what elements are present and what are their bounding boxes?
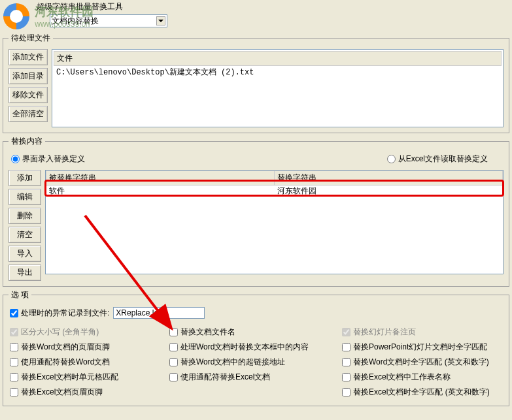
chk-excelwhole[interactable] — [342, 388, 350, 396]
col-to[interactable]: 替换字符串 — [275, 171, 503, 186]
replace-group: 替换内容 界面录入替换定义 从Excel文件读取替换定义 添加 编辑 删除 清空… — [3, 136, 509, 287]
clear-all-button[interactable]: 全部清空 — [9, 106, 48, 122]
opt-case[interactable]: 区分大小写 (全角半角) — [10, 327, 167, 338]
add-file-button[interactable]: 添加文件 — [9, 49, 48, 65]
col-from[interactable]: 被替换字符串 — [46, 171, 275, 186]
lbl-wordhf: 替换Word文档的页眉页脚 — [21, 342, 110, 353]
opt-log[interactable]: 处理时的异常记录到文件: — [10, 308, 109, 319]
opt-pptnotes[interactable]: 替换幻灯片备注页 — [342, 327, 502, 338]
pending-legend: 待处理文件 — [9, 33, 53, 44]
opt-excelwhole[interactable]: 替换Excel文档时全字匹配 (英文和数字) — [342, 387, 502, 398]
opt-wordwhole[interactable]: 替换Word文档时全字匹配 (英文和数字) — [342, 357, 502, 368]
chk-excelcell[interactable] — [10, 373, 18, 381]
lbl-case: 区分大小写 (全角半角) — [21, 327, 99, 338]
file-list-header[interactable]: 文件 — [54, 51, 502, 66]
mode-dropdown[interactable]: 文档内容替换 — [50, 14, 167, 27]
chk-case[interactable] — [10, 328, 18, 336]
log-label: 处理时的异常记录到文件: — [21, 308, 109, 319]
opt-excelcell[interactable]: 替换Excel文档时单元格匹配 — [10, 372, 167, 383]
lbl-pptwhole: 替换PowerPoint幻灯片文档时全字匹配 — [353, 342, 487, 353]
chk-pptwhole[interactable] — [342, 343, 350, 351]
import-button[interactable]: 导入 — [9, 246, 41, 262]
opt-excelwild[interactable]: 使用通配符替换Excel文档 — [169, 372, 339, 383]
opt-wordhf[interactable]: 替换Word文档的页眉页脚 — [10, 342, 167, 353]
opt-wordlink[interactable]: 替换Word文档中的超链接地址 — [169, 357, 339, 368]
file-list[interactable]: 文件 C:\Users\lenovo\Desktop\新建文本文档 (2).tx… — [52, 49, 503, 127]
lbl-excelsheet: 替换Excel文档中工作表名称 — [353, 372, 451, 383]
chk-log[interactable] — [10, 309, 18, 317]
cell-to: 河东软件园 — [275, 186, 503, 197]
add-rule-button[interactable]: 添加 — [9, 170, 41, 186]
chk-wordtextbox[interactable] — [169, 343, 178, 351]
lbl-wordwhole: 替换Word文档时全字匹配 (英文和数字) — [353, 357, 489, 368]
lbl-pptnotes: 替换幻灯片备注页 — [353, 327, 416, 338]
toolbar-icon[interactable] — [37, 16, 47, 26]
radio-excel[interactable] — [387, 155, 396, 163]
file-list-item[interactable]: C:\Users\lenovo\Desktop\新建文本文档 (2).txt — [54, 66, 502, 78]
window-title: 超级字符串批量替换工具 — [0, 0, 512, 12]
options-group: 选 项 处理时的异常记录到文件: 区分大小写 (全角半角) 替换文档文件名 替换… — [3, 289, 509, 406]
lbl-excelwhole: 替换Excel文档时全字匹配 (英文和数字) — [353, 387, 490, 398]
radio-ui[interactable] — [11, 155, 20, 163]
log-file-input[interactable] — [113, 307, 205, 319]
chk-excelsheet[interactable] — [342, 373, 350, 381]
radio-excel-input[interactable]: 从Excel文件读取替换定义 — [387, 153, 488, 165]
radio-ui-label: 界面录入替换定义 — [22, 153, 85, 165]
edit-rule-button[interactable]: 编辑 — [9, 189, 41, 205]
lbl-excelhf: 替换Excel文档页眉页脚 — [21, 387, 103, 398]
radio-excel-label: 从Excel文件读取替换定义 — [398, 153, 488, 165]
lbl-excelwild: 使用通配符替换Excel文档 — [180, 372, 270, 383]
delete-rule-button[interactable]: 删除 — [9, 208, 41, 224]
opt-wordtextbox[interactable]: 处理Word文档时替换文本框中的内容 — [169, 342, 339, 353]
replace-legend: 替换内容 — [9, 136, 45, 147]
chk-wordwhole[interactable] — [342, 358, 350, 366]
chk-pptnotes[interactable] — [342, 328, 350, 336]
chk-excelhf[interactable] — [10, 388, 18, 396]
radio-ui-input[interactable]: 界面录入替换定义 — [11, 153, 85, 165]
cell-from: 软件 — [46, 186, 275, 197]
add-dir-button[interactable]: 添加目录 — [9, 68, 48, 84]
opt-excelhf[interactable]: 替换Excel文档页眉页脚 — [10, 387, 167, 398]
chk-wordwild[interactable] — [10, 358, 18, 366]
remove-file-button[interactable]: 移除文件 — [9, 87, 48, 103]
lbl-excelcell: 替换Excel文档时单元格匹配 — [21, 372, 118, 383]
chk-excelwild[interactable] — [169, 373, 178, 381]
chk-filename[interactable] — [169, 328, 178, 336]
toolbar: 文档内容替换 — [0, 12, 512, 30]
replace-table[interactable]: 被替换字符串 替换字符串 软件 河东软件园 — [45, 170, 503, 274]
options-legend: 选 项 — [9, 289, 31, 300]
lbl-wordwild: 使用通配符替换Word文档 — [21, 357, 110, 368]
opt-filename[interactable]: 替换文档文件名 — [169, 327, 339, 338]
chk-wordhf[interactable] — [10, 343, 18, 351]
chevron-down-icon[interactable] — [156, 16, 165, 25]
lbl-filename: 替换文档文件名 — [180, 327, 235, 338]
chk-wordlink[interactable] — [169, 358, 178, 366]
lbl-wordlink: 替换Word文档中的超链接地址 — [180, 357, 285, 368]
opt-excelsheet[interactable]: 替换Excel文档中工作表名称 — [342, 372, 502, 383]
opt-pptwhole[interactable]: 替换PowerPoint幻灯片文档时全字匹配 — [342, 342, 502, 353]
mode-label: 文档内容替换 — [52, 16, 99, 27]
export-button[interactable]: 导出 — [9, 265, 41, 281]
clear-rules-button[interactable]: 清空 — [9, 227, 41, 243]
pending-files-group: 待处理文件 添加文件 添加目录 移除文件 全部清空 文件 C:\Users\le… — [3, 33, 509, 133]
lbl-wordtextbox: 处理Word文档时替换文本框中的内容 — [180, 342, 309, 353]
table-row[interactable]: 软件 河东软件园 — [46, 186, 503, 197]
opt-wordwild[interactable]: 使用通配符替换Word文档 — [10, 357, 167, 368]
